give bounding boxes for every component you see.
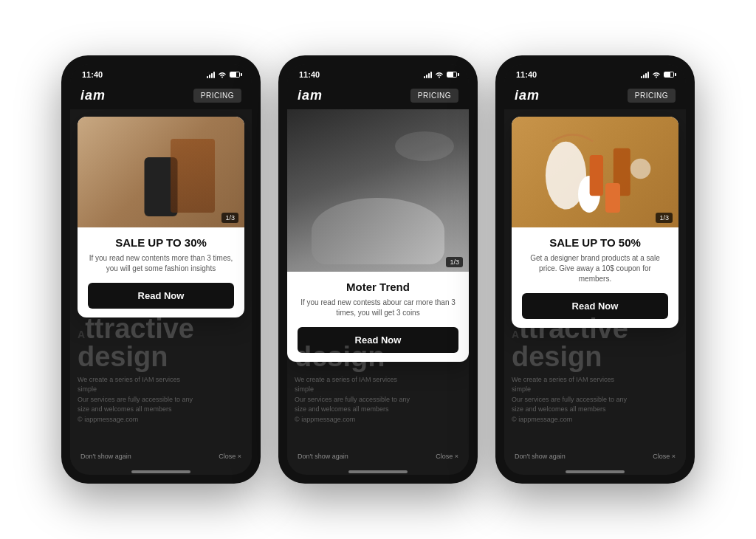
status-time-3: 11:40 [516,70,537,79]
popup-2: 1/3 Moter Trend If you read new contests… [287,109,469,362]
bg-text-3: Attractivedesign We create a series of I… [504,315,686,425]
popup-title-2: Moter Trend [298,281,458,293]
bg-text-2: design We create a series of IAM service… [287,343,469,425]
svg-point-0 [546,142,586,210]
popup-title-1: SALE UP TO 30% [88,236,234,249]
status-time-1: 11:40 [82,70,103,79]
app-logo-2: iam [298,88,323,103]
status-icons-2 [424,71,457,78]
content-area-1: 1/3 SALE UP TO 30% If you read new conte… [70,109,252,447]
bottom-bar-2: Don't show again Close × [287,447,469,466]
image-badge-2: 1/3 [446,257,463,267]
bg-text-small-2: We create a series of IAM services simpl… [295,375,461,425]
bg-text-small-1: We create a series of IAM services simpl… [78,375,244,425]
close-button-3[interactable]: Close × [653,453,676,460]
home-indicator-2 [348,470,408,473]
popup-body-1: SALE UP TO 30% If you read new contents … [78,227,244,317]
popup-image-1: 1/3 [78,117,244,227]
phone-3: 11:40 iam PRICING [495,55,695,484]
status-time-2: 11:40 [299,70,320,79]
battery-icon-1 [230,72,240,78]
close-button-2[interactable]: Close × [436,453,458,460]
app-logo-1: iam [80,88,106,103]
wifi-icon-3 [652,71,661,78]
status-icons-3 [641,71,674,78]
status-bar-3: 11:40 [504,64,686,82]
battery-icon-3 [664,72,674,78]
bottom-bar-3: Don't show again Close × [504,447,686,466]
status-bar-1: 11:40 [70,64,252,82]
phone-2: 11:40 iam PRICING [278,55,478,484]
signal-icon-1 [207,71,215,78]
app-bar-3: iam PRICING [504,82,686,109]
app-bar-2: iam PRICING [287,82,469,109]
bg-text-large-2: design [295,343,461,371]
bottom-bar-1: Don't show again Close × [70,447,252,466]
popup-desc-3: Get a designer brand products at a sale … [522,253,668,284]
image-badge-3: 1/3 [656,213,673,223]
image-badge-1: 1/3 [221,213,238,223]
popup-image-3: 1/3 [512,117,678,227]
svg-rect-2 [614,148,630,196]
wifi-icon-2 [435,71,444,78]
app-bar-1: iam PRICING [70,82,252,109]
popup-3: 1/3 SALE UP TO 50% Get a designer brand … [512,117,678,328]
signal-icon-2 [424,71,432,78]
dont-show-2[interactable]: Don't show again [298,453,348,460]
svg-point-3 [630,159,651,179]
status-bar-2: 11:40 [287,64,469,82]
content-area-2: 1/3 Moter Trend If you read new contests… [287,109,469,447]
products-decor [512,117,678,227]
pricing-button-1[interactable]: PRICING [193,89,241,103]
read-now-button-1[interactable]: Read Now [88,283,234,309]
popup-desc-2: If you read new contests abour car more … [298,298,458,318]
home-indicator-1 [131,470,190,473]
signal-icon-3 [641,71,649,78]
wifi-icon-1 [218,71,227,78]
pricing-button-2[interactable]: PRICING [410,89,458,103]
popup-image-2: 1/3 [287,109,469,272]
content-area-3: 1/3 SALE UP TO 50% Get a designer brand … [504,109,686,447]
close-button-1[interactable]: Close × [219,453,241,460]
home-indicator-3 [566,470,625,473]
popup-1: 1/3 SALE UP TO 30% If you read new conte… [78,117,244,317]
svg-rect-1 [590,155,603,196]
bg-text-small-3: We create a series of IAM services simpl… [512,375,678,425]
pricing-button-3[interactable]: PRICING [628,89,676,103]
dont-show-3[interactable]: Don't show again [515,453,566,460]
bg-text-large-1: Attractivedesign [78,315,244,371]
status-icons-1 [207,71,240,78]
popup-desc-1: If you read new contents more than 3 tim… [88,253,234,274]
bg-text-1: Attractivedesign We create a series of I… [70,315,252,425]
battery-icon-2 [447,72,457,78]
bg-text-large-3: Attractivedesign [512,315,678,371]
popup-title-3: SALE UP TO 50% [522,236,668,249]
app-logo-3: iam [515,88,540,103]
phone-1: 11:40 iam PRI [61,55,261,484]
dont-show-1[interactable]: Don't show again [80,453,131,460]
main-scene: 11:40 iam PRI [0,0,756,539]
